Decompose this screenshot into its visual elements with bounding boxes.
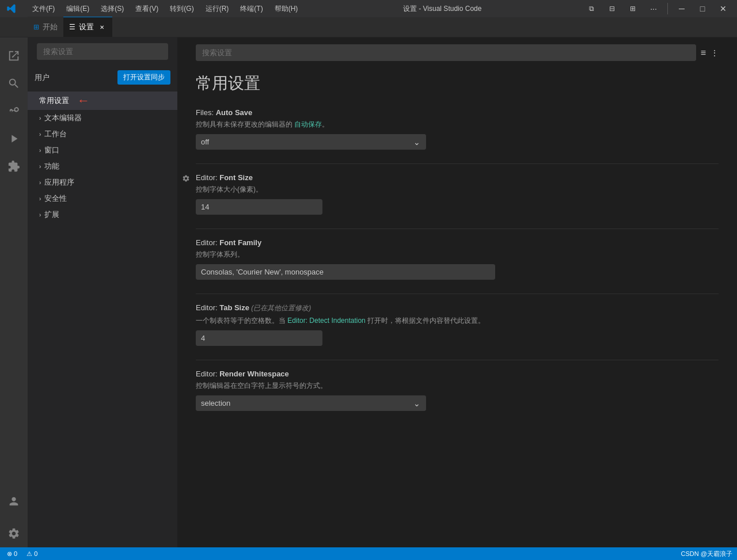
fontfamily-input[interactable] [196, 264, 495, 280]
menu-view[interactable]: 查看(V) [131, 3, 163, 15]
fontfamily-title-prefix: Editor: [196, 238, 219, 247]
start-tab-icon: ⊞ [33, 23, 39, 31]
nav-workbench-label: 工作台 [44, 129, 67, 139]
renderwhitespace-title-bold: Render Whitespace [219, 369, 289, 378]
autosave-select-wrapper: off afterDelay onFocusChange onWindowCha… [196, 134, 426, 150]
activity-explorer[interactable] [0, 42, 28, 70]
tabsize-modified-tag: (已在其他位置修改) [249, 304, 311, 312]
chevron-right-icon: › [39, 115, 41, 121]
filter-icon[interactable]: ≡ [701, 48, 706, 58]
main-layout: 用户 打开设置同步 常用设置 ← › 文本编辑器 › 工作台 › 窗口 [0, 37, 737, 547]
settings-more-icon[interactable]: ⋮ [711, 48, 719, 58]
restore-button[interactable]: □ [693, 0, 712, 17]
nav-item-text-editor[interactable]: › 文本编辑器 [28, 110, 177, 126]
close-button[interactable]: ✕ [714, 0, 732, 17]
tabsize-desc-text: 一个制表符等于的空格数。当 [196, 317, 287, 325]
sidebar-search-container [28, 37, 177, 68]
tabsize-desc-suffix: 打开时，将根据文件内容替代此设置。 [366, 317, 485, 325]
divider-4 [196, 360, 719, 360]
nav-window-label: 窗口 [44, 145, 59, 155]
settings-content: ≡ ⋮ 常用设置 Files: Auto Save 控制具有未保存更改的编辑器的… [177, 37, 737, 547]
chevron-right-icon-2: › [39, 131, 41, 138]
split-icon[interactable]: ⊟ [603, 0, 621, 17]
tabsize-desc: 一个制表符等于的空格数。当 Editor: Detect Indentation… [196, 315, 719, 326]
fontfamily-desc: 控制字体系列。 [196, 249, 719, 260]
title-bar-left: 文件(F) 编辑(E) 选择(S) 查看(V) 转到(G) 运行(R) 终端(T… [5, 2, 302, 16]
autosave-select[interactable]: off afterDelay onFocusChange onWindowCha… [196, 134, 426, 150]
menu-terminal[interactable]: 终端(T) [235, 3, 267, 15]
nav-application-label: 应用程序 [44, 177, 74, 188]
more-actions-icon[interactable]: ··· [644, 0, 663, 17]
autosave-desc-text: 控制具有未保存更改的编辑器的 [196, 120, 294, 128]
vscode-logo [5, 2, 18, 16]
activity-manage[interactable] [0, 520, 28, 547]
menu-bar: 文件(F) 编辑(E) 选择(S) 查看(V) 转到(G) 运行(R) 终端(T… [28, 3, 302, 15]
user-row: 用户 打开设置同步 [28, 68, 177, 89]
nav-item-security[interactable]: › 安全性 [28, 191, 177, 207]
menu-edit[interactable]: 编辑(E) [62, 3, 94, 15]
chevron-right-icon-3: › [39, 147, 41, 154]
status-bar: ⊗ 0 ⚠ 0 CSDN @天霸浪子 [0, 547, 737, 560]
nav-extensions-label: 扩展 [44, 209, 59, 220]
nav-item-workbench[interactable]: › 工作台 [28, 126, 177, 142]
nav-item-window[interactable]: › 窗口 [28, 142, 177, 158]
divider-2 [196, 228, 719, 229]
close-tab-icon[interactable]: ✕ [97, 22, 107, 32]
activity-bar [0, 37, 28, 547]
fontsize-input[interactable] [196, 199, 322, 215]
autosave-desc-suffix: 。 [322, 120, 329, 128]
setting-renderwhitespace: Editor: Render Whitespace 控制编辑器在空白字符上显示符… [196, 369, 719, 411]
window-title: 设置 - Visual Studio Code [302, 4, 582, 14]
nav-item-common[interactable]: 常用设置 ← [28, 92, 177, 110]
settings-tab-icon: ☰ [69, 23, 75, 31]
sidebar: 用户 打开设置同步 常用设置 ← › 文本编辑器 › 工作台 › 窗口 [28, 37, 177, 547]
fontsize-title-bold: Font Size [219, 173, 253, 182]
menu-select[interactable]: 选择(S) [96, 3, 128, 15]
renderwhitespace-select[interactable]: none boundary selection trailing all [196, 395, 426, 411]
settings-search-bar: ≡ ⋮ [196, 37, 719, 68]
activity-search[interactable] [0, 70, 28, 97]
renderwhitespace-title-prefix: Editor: [196, 369, 219, 378]
fontsize-title-prefix: Editor: [196, 173, 219, 182]
activity-extensions[interactable] [0, 153, 28, 180]
autosave-desc-link[interactable]: 自动保存 [294, 120, 322, 128]
tab-settings[interactable]: ☰ 设置 ✕ [63, 17, 112, 37]
renderwhitespace-desc: 控制编辑器在空白字符上显示符号的方式。 [196, 380, 719, 391]
nav-item-application[interactable]: › 应用程序 [28, 174, 177, 191]
divider [667, 3, 668, 14]
renderwhitespace-select-wrapper: none boundary selection trailing all [196, 395, 426, 411]
nav-arrow-indicator: ← [77, 94, 90, 107]
autosave-title-prefix: Files: [196, 108, 216, 117]
nav-item-features[interactable]: › 功能 [28, 158, 177, 174]
menu-file[interactable]: 文件(F) [28, 3, 59, 15]
menu-help[interactable]: 帮助(H) [270, 3, 303, 15]
activity-account[interactable] [0, 487, 28, 515]
tabsize-desc-link[interactable]: Editor: Detect Indentation [287, 317, 365, 325]
warning-icon: ⚠ [26, 550, 32, 558]
tabsize-input[interactable] [196, 330, 322, 346]
sync-button[interactable]: 打开设置同步 [117, 70, 170, 85]
setting-files-autosave: Files: Auto Save 控制具有未保存更改的编辑器的 自动保存。 of… [196, 108, 719, 150]
minimize-button[interactable]: ─ [673, 0, 691, 17]
sidebar-search-input[interactable] [37, 43, 168, 60]
chevron-right-icon-4: › [39, 163, 41, 170]
gear-icon-wrap[interactable] [182, 174, 190, 184]
nav-security-label: 安全性 [44, 193, 67, 204]
menu-run[interactable]: 运行(R) [201, 3, 234, 15]
tab-start[interactable]: ⊞ 开始 [28, 17, 63, 37]
status-warnings[interactable]: ⚠ 0 [24, 550, 40, 558]
activity-run[interactable] [0, 125, 28, 153]
error-icon: ⊗ [7, 550, 12, 558]
tab-start-label: 开始 [43, 22, 58, 32]
nav-item-extensions[interactable]: › 扩展 [28, 207, 177, 223]
fontsize-desc: 控制字体大小(像素)。 [196, 184, 719, 195]
status-left: ⊗ 0 ⚠ 0 [5, 550, 40, 558]
panel-icon[interactable]: ⊞ [624, 0, 642, 17]
layout-icon[interactable]: ⧉ [582, 0, 601, 17]
menu-goto[interactable]: 转到(G) [165, 3, 198, 15]
settings-search-input[interactable] [196, 44, 696, 61]
status-errors[interactable]: ⊗ 0 [5, 550, 20, 558]
activity-source-control[interactable] [0, 97, 28, 125]
tabsize-title: Editor: Tab Size (已在其他位置修改) [196, 303, 719, 313]
fontfamily-title: Editor: Font Family [196, 238, 719, 247]
